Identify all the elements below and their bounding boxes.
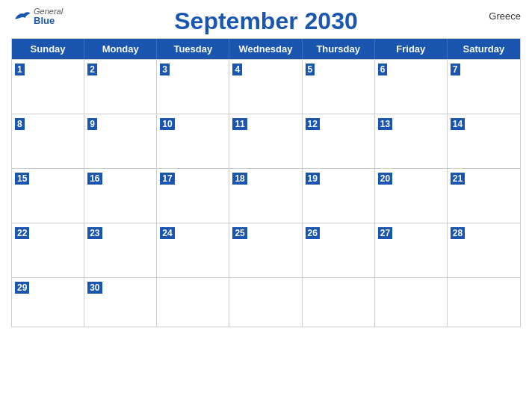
day-empty-3 bbox=[303, 278, 375, 327]
day-14: 14 bbox=[448, 114, 520, 168]
day-10: 10 bbox=[157, 114, 229, 168]
day-empty-2 bbox=[229, 278, 302, 327]
country-label: Greece bbox=[489, 10, 521, 22]
week-4: 22 23 24 25 26 27 28 bbox=[12, 223, 520, 277]
week-1: 1 2 3 4 5 6 7 bbox=[12, 59, 520, 114]
header-sunday: Sunday bbox=[12, 39, 84, 59]
day-20: 20 bbox=[375, 169, 448, 223]
day-9: 9 bbox=[84, 114, 157, 168]
day-16: 16 bbox=[84, 169, 157, 223]
day-17: 17 bbox=[157, 169, 229, 223]
day-18: 18 bbox=[229, 169, 302, 223]
day-6: 6 bbox=[375, 60, 448, 114]
day-1: 1 bbox=[12, 60, 84, 114]
day-29: 29 bbox=[12, 278, 84, 327]
day-7: 7 bbox=[448, 60, 520, 114]
calendar-header: General Blue September 2030 Greece bbox=[11, 7, 521, 35]
logo-blue-text: Blue bbox=[34, 16, 55, 25]
day-24: 24 bbox=[157, 223, 229, 277]
day-12: 12 bbox=[303, 114, 375, 168]
calendar-weekday-headers: Sunday Monday Tuesday Wednesday Thursday… bbox=[12, 39, 520, 59]
day-27: 27 bbox=[375, 223, 448, 277]
week-3: 15 16 17 18 19 20 21 bbox=[12, 168, 520, 223]
day-28: 28 bbox=[448, 223, 520, 277]
header-tuesday: Tuesday bbox=[157, 39, 229, 59]
day-8: 8 bbox=[12, 114, 84, 168]
calendar-body: 1 2 3 4 5 6 7 8 9 10 11 12 13 14 15 16 1… bbox=[12, 59, 520, 327]
day-30: 30 bbox=[84, 278, 157, 327]
bird-icon bbox=[11, 10, 32, 23]
day-empty-4 bbox=[375, 278, 448, 327]
header-friday: Friday bbox=[375, 39, 448, 59]
day-21: 21 bbox=[448, 169, 520, 223]
day-19: 19 bbox=[303, 169, 375, 223]
header-wednesday: Wednesday bbox=[229, 39, 302, 59]
day-26: 26 bbox=[303, 223, 375, 277]
day-4: 4 bbox=[229, 60, 302, 114]
day-11: 11 bbox=[229, 114, 302, 168]
day-22: 22 bbox=[12, 223, 84, 277]
day-empty-5 bbox=[448, 278, 520, 327]
day-15: 15 bbox=[12, 169, 84, 223]
day-2: 2 bbox=[84, 60, 157, 114]
week-5: 29 30 bbox=[12, 277, 520, 327]
day-empty-1 bbox=[157, 278, 229, 327]
page-title: September 2030 bbox=[174, 7, 357, 35]
calendar: Sunday Monday Tuesday Wednesday Thursday… bbox=[11, 38, 521, 327]
header-monday: Monday bbox=[84, 39, 157, 59]
header-thursday: Thursday bbox=[303, 39, 375, 59]
logo: General Blue bbox=[11, 7, 63, 25]
day-5: 5 bbox=[303, 60, 375, 114]
week-2: 8 9 10 11 12 13 14 bbox=[12, 114, 520, 168]
day-23: 23 bbox=[84, 223, 157, 277]
day-13: 13 bbox=[375, 114, 448, 168]
header-saturday: Saturday bbox=[448, 39, 520, 59]
day-25: 25 bbox=[229, 223, 302, 277]
day-3: 3 bbox=[157, 60, 229, 114]
